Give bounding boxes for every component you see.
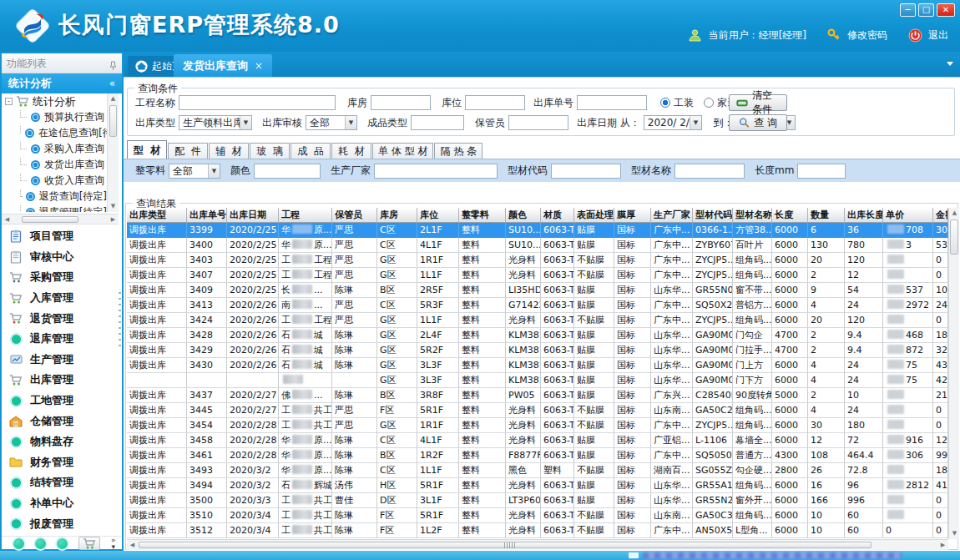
dropdown-arrow-icon[interactable]: ▼ — [208, 164, 220, 178]
tree-item[interactable]: 发货出库查询 — [2, 157, 107, 173]
column-header[interactable]: 生产厂家 — [651, 208, 693, 223]
table-row[interactable]: 调拨出库34932020/3/2华原...陈琳C区1L1F整料黑色塑料不贴膜国标… — [127, 463, 948, 478]
factory-input[interactable] — [374, 164, 498, 179]
scroll-thumb[interactable] — [109, 105, 117, 137]
scroll-thumb[interactable] — [950, 219, 958, 255]
sidebar-menu-item[interactable]: 生产管理 — [2, 350, 122, 371]
sidebar-menu-item[interactable]: 项目管理 — [2, 226, 122, 247]
table-vertical-scrollbar[interactable]: ▲ ▼ — [948, 208, 959, 539]
clear-conditions-button[interactable]: 清空条件 — [729, 94, 787, 111]
color-input[interactable] — [254, 164, 321, 179]
radio-selected-icon[interactable] — [660, 98, 670, 108]
material-tab[interactable]: 型 材 — [127, 140, 167, 159]
table-horizontal-scrollbar[interactable]: ◀ ▶ — [127, 539, 948, 550]
table-row[interactable]: 调拨出库35102020/3/4工共工程陈琳F区5R1F整料光身料6063-T5… — [127, 508, 948, 523]
column-header[interactable]: 出库类型 — [127, 208, 187, 223]
table-row[interactable]: 调拨出库35122020/3/4工共工程陈琳F区1L2F整料光身料6063-T5… — [127, 523, 948, 538]
sidebar-menu-item[interactable]: 审核中心 — [2, 247, 122, 268]
warehouse-input[interactable] — [371, 95, 431, 110]
tool-dot-icon[interactable] — [35, 538, 46, 549]
table-row[interactable]: 调拨出库35002020/3/3工共工程曹佳D区3L1F整料LT3P606063… — [127, 493, 948, 508]
date-from-select[interactable]: 2020/ 2/16▼ — [644, 115, 702, 130]
table-row[interactable]: 调拨出库34132020/2/26南...严思C区5R3F整料G71422606… — [127, 298, 948, 313]
material-tab[interactable]: 辅 材 — [209, 143, 249, 159]
column-header[interactable]: 表面处理 — [574, 208, 614, 223]
sidebar-menu-item[interactable]: 财务管理 — [2, 452, 122, 473]
material-tab[interactable]: 耗 材 — [331, 143, 371, 159]
material-tab[interactable]: 玻 璃 — [250, 143, 290, 159]
table-row[interactable]: 调拨出库34612020/2/28华原...陈琳B区1R2F整料F8877FT6… — [127, 448, 948, 463]
sidebar-menu-item[interactable]: 工地管理 — [2, 391, 122, 411]
column-header[interactable]: 颜色 — [506, 208, 541, 223]
column-header[interactable]: 型材代码 — [693, 208, 733, 223]
column-header[interactable]: 出库长度 — [845, 208, 883, 223]
table-row[interactable]: 调拨出库34942020/3/2石辉城汤伟H区5R1F整料光身料6063-T5贴… — [127, 478, 948, 493]
collapse-icon[interactable]: « — [109, 73, 115, 93]
splitter-handle[interactable] — [119, 292, 121, 351]
tree-item[interactable]: 退货查询[待定] — [2, 189, 107, 204]
tab-close-icon[interactable]: × — [255, 60, 263, 72]
column-header[interactable]: 长度 — [772, 208, 808, 223]
table-row[interactable]: 调拨出库34582020/2/28华原...陈琳C区4L1F整料光身料6063-… — [127, 433, 948, 448]
table-row[interactable]: 调拨出库34002020/2/25华原...严思C区4L1F整料SU10...6… — [127, 238, 948, 253]
sidebar-menu-item[interactable]: 结转管理 — [2, 472, 122, 493]
product-type-input[interactable] — [411, 115, 464, 130]
tree-root[interactable]: - 统计分析 — [2, 93, 107, 109]
stats-section-header[interactable]: 统计分析 « — [2, 73, 122, 93]
column-header[interactable]: 出库日期 — [227, 208, 279, 223]
column-header[interactable]: 库位 — [417, 208, 459, 223]
sidebar-menu-item[interactable]: 采购管理 — [2, 267, 122, 288]
column-header[interactable]: 整零料 — [459, 208, 506, 223]
material-tab[interactable]: 隔 热 条 — [434, 143, 483, 159]
order-no-input[interactable] — [577, 95, 647, 110]
material-tab[interactable]: 成 品 — [291, 143, 331, 159]
length-input[interactable] — [797, 164, 846, 179]
sidebar-menu-item[interactable]: 仓储管理 — [2, 411, 122, 431]
table-row[interactable]: 调拨出库34542020/2/28工共工程严思G区1R1F整料光身料6063-T… — [127, 418, 948, 433]
search-button[interactable]: 查 询 — [729, 114, 787, 131]
column-header[interactable]: 工程 — [279, 208, 332, 223]
material-tab[interactable]: 配 件 — [168, 143, 208, 159]
table-row[interactable]: 调拨出库34032020/2/25工工程严思G区1R1F整料光身料6063-T5… — [127, 253, 948, 268]
overflow-chevron[interactable]: »▾ — [111, 537, 116, 550]
sidebar-menu-item[interactable]: 入库管理 — [2, 288, 122, 309]
profile-name-input[interactable] — [675, 164, 745, 179]
profile-code-input[interactable] — [551, 164, 621, 179]
table-row[interactable]: 调拨出库33992020/2/25华原...严思C区2L1F整料SU10...6… — [127, 223, 948, 238]
location-input[interactable] — [465, 95, 525, 110]
expander-icon[interactable]: - — [5, 98, 13, 105]
table-row[interactable]: 调拨出库34452020/2/27工共工程严思F区5R1F整料光身料6063-T… — [127, 403, 948, 418]
project-name-input[interactable] — [179, 95, 336, 110]
dropdown-arrow-icon[interactable]: ▼ — [690, 116, 701, 129]
scroll-thumb[interactable] — [22, 216, 78, 223]
sidebar-menu-item[interactable]: 退货管理 — [2, 308, 122, 329]
tool-dot-icon[interactable] — [57, 538, 68, 549]
tab-shipment-query[interactable]: 发货出库查询 × — [174, 54, 272, 77]
table-row[interactable]: 调拨出库34092020/2/25长...陈琳B区2R5F整料LI35HD606… — [127, 283, 948, 298]
maximize-button[interactable]: □ — [918, 3, 934, 17]
table-row[interactable]: 调拨出库34372020/2/27佛...陈琳B区3R8F整料PW056063-… — [127, 388, 948, 403]
out-type-select[interactable]: 生产领料出库▼ — [179, 115, 252, 130]
dropdown-arrow-icon[interactable]: ▼ — [345, 116, 356, 129]
tool-dot-icon[interactable] — [13, 538, 24, 549]
table-row[interactable]: 调拨出库34302020/2/26石城陈琳G区3L3F整料KLM38176063… — [127, 358, 948, 373]
tree-item[interactable]: 预算执行查询 — [2, 109, 107, 125]
tree-item[interactable]: 退库管理[待定] — [2, 204, 107, 212]
column-header[interactable]: 金额 — [933, 208, 948, 223]
table-row[interactable]: G区3L3F整料KLM38176063-T5贴膜国标山东华...GA90M09.… — [127, 373, 948, 388]
sidebar-menu-item[interactable]: 补单中心 — [2, 493, 122, 514]
tree-item[interactable]: 在途信息查询[待 — [2, 125, 107, 141]
tab-list-dropdown-icon[interactable] — [947, 62, 953, 66]
column-header[interactable]: 保管员 — [332, 208, 377, 223]
column-header[interactable]: 材质 — [541, 208, 574, 223]
minimize-button[interactable]: ─ — [900, 3, 916, 17]
column-header[interactable]: 膜厚 — [614, 208, 651, 223]
tree-item[interactable]: 采购入库查询 — [2, 141, 107, 157]
tree-item[interactable]: 收货入库查询 — [2, 173, 107, 189]
radio-icon[interactable] — [704, 98, 714, 108]
cart-tool-button[interactable] — [78, 537, 100, 550]
tree-horizontal-scrollbar[interactable]: ◀ ▶ — [2, 214, 119, 225]
dropdown-arrow-icon[interactable]: ▼ — [240, 116, 251, 129]
column-header[interactable]: 库房 — [377, 208, 417, 223]
sidebar-menu-item[interactable]: 出库管理 — [2, 370, 122, 391]
